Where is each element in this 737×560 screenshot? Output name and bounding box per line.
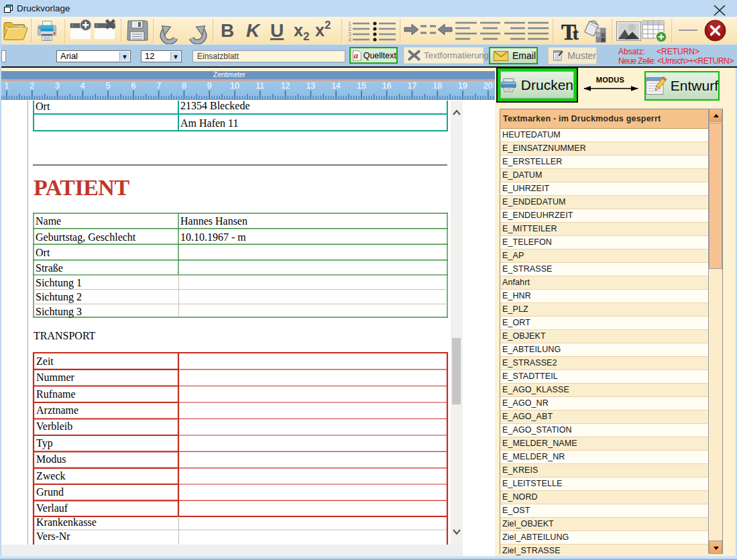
svg-text:4: 4 [348, 36, 351, 43]
svg-text:2: 2 [303, 30, 309, 43]
svg-text:a: a [354, 51, 359, 60]
svg-text:U: U [270, 20, 284, 41]
svg-text:K: K [246, 20, 261, 41]
svg-text:t: t [573, 24, 579, 44]
svg-text:x: x [315, 21, 325, 40]
svg-text:B: B [221, 20, 234, 41]
svg-text:x: x [294, 21, 303, 40]
svg-text:2: 2 [325, 19, 331, 32]
